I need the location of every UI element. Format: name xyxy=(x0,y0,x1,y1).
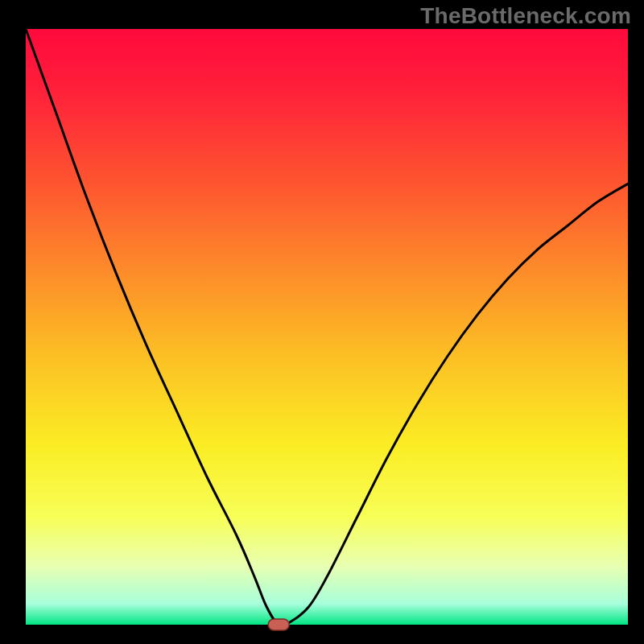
plot-area xyxy=(26,29,628,625)
bottleneck-plot xyxy=(0,0,644,644)
optimal-point-marker xyxy=(268,619,289,630)
watermark-label: TheBottleneck.com xyxy=(420,3,631,29)
chart-frame: TheBottleneck.com xyxy=(0,0,644,644)
